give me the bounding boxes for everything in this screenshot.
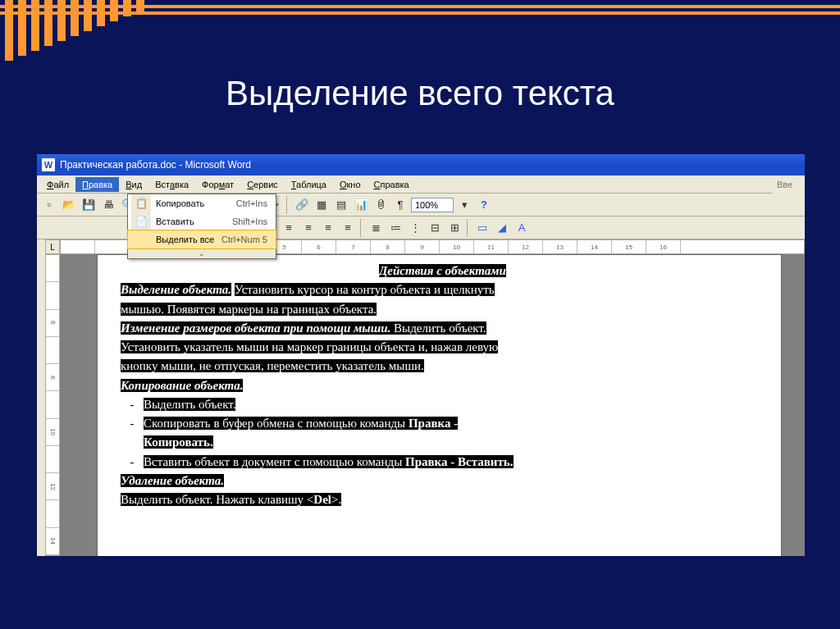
selected-text[interactable]: Выделение объекта. xyxy=(121,283,231,296)
list-button[interactable]: ⊞ xyxy=(445,219,463,237)
menu-item-icon: 📋 xyxy=(131,194,151,212)
selected-text[interactable]: кнопку мыши, не отпуская, переместить ук… xyxy=(121,359,424,372)
zoom-dropdown-icon[interactable]: ▾ xyxy=(455,196,473,214)
selected-text[interactable]: >. xyxy=(331,493,341,506)
menubar: ФайлПравкаВидВставкаФорматСервисТаблицаО… xyxy=(37,175,805,194)
document-page: Действия с объектами Выделение объекта. … xyxy=(97,254,782,556)
selected-text[interactable]: Вставить объект в документ с помощью ком… xyxy=(144,455,405,468)
menu-формат[interactable]: Формат xyxy=(195,177,240,192)
list-button[interactable]: ⊟ xyxy=(426,219,444,237)
menu-item-копировать[interactable]: 📋КопироватьCtrl+Ins xyxy=(128,194,276,212)
extra-button[interactable]: ▭ xyxy=(473,219,491,237)
selected-text[interactable]: Правка - Вставить. xyxy=(405,455,514,468)
selected-text[interactable]: Выделить объект. Нажать клавишу < xyxy=(121,493,313,506)
toolbar-button[interactable]: 🛢 xyxy=(372,196,390,214)
menu-файл[interactable]: Файл xyxy=(40,177,75,192)
align-button[interactable]: ≡ xyxy=(339,219,357,237)
selected-text[interactable]: мышью. Появятся маркеры на границах объе… xyxy=(121,303,377,316)
selected-text[interactable]: Копировать. xyxy=(144,435,213,449)
top-rule-2 xyxy=(0,11,840,15)
menu-справка[interactable]: Справка xyxy=(368,177,416,192)
toolbar-button[interactable]: 💾 xyxy=(80,196,98,214)
menu-окно[interactable]: Окно xyxy=(333,177,368,192)
toolbar-button[interactable]: 📂 xyxy=(60,196,78,214)
ruler-corner: L xyxy=(45,239,60,254)
menu-item-вставить[interactable]: 📄ВставитьShift+Ins xyxy=(128,212,276,230)
word-window: W Практическая работа.doc - Microsoft Wo… xyxy=(37,154,805,556)
word-app-icon: W xyxy=(42,158,55,171)
selected-text[interactable]: Установить указатель мыши на маркер гран… xyxy=(121,340,498,353)
corner-stripes xyxy=(0,0,144,61)
window-title: Практическая работа.doc - Microsoft Word xyxy=(60,159,251,171)
selected-text[interactable]: Изменение размеров объекта при помощи мы… xyxy=(121,321,390,335)
menu-item-icon xyxy=(131,230,151,248)
align-button[interactable]: ≡ xyxy=(280,219,298,237)
menu-правка[interactable]: Правка xyxy=(75,177,119,192)
window-titlebar: W Практическая работа.doc - Microsoft Wo… xyxy=(37,154,805,175)
menu-сервис[interactable]: Сервис xyxy=(240,177,285,192)
menu-expand-chevron-icon[interactable]: ⌄ xyxy=(128,248,276,258)
selected-text[interactable]: Установить курсор на контур объекта и ще… xyxy=(235,283,495,296)
vertical-ruler: 68101214 xyxy=(45,254,60,556)
list-button[interactable]: ⋮ xyxy=(406,219,424,237)
menu-вид[interactable]: Вид xyxy=(119,177,148,192)
document-content[interactable]: Действия с объектами Выделение объекта. … xyxy=(114,255,781,516)
top-rule-1 xyxy=(0,5,840,8)
toolbar-button[interactable]: 🖶 xyxy=(99,196,117,214)
edit-menu-dropdown: 📋КопироватьCtrl+Ins📄ВставитьShift+InsВыд… xyxy=(127,194,276,259)
selected-text[interactable]: Выделить объект. xyxy=(144,398,235,411)
selected-text[interactable]: Выделить объект. xyxy=(390,321,486,335)
selected-text[interactable]: Удаление объекта. xyxy=(121,474,224,487)
menu-таблица[interactable]: Таблица xyxy=(285,177,333,192)
list-button[interactable]: ≣ xyxy=(367,219,385,237)
align-button[interactable]: ≡ xyxy=(319,219,337,237)
toolbar-button[interactable]: ▤ xyxy=(332,196,350,214)
truncated-right: Вве xyxy=(772,175,805,194)
toolbar-button[interactable]: 🔗 xyxy=(293,196,311,214)
selected-text[interactable]: Скопировать в буфер обмена с помощью ком… xyxy=(144,417,409,430)
selected-text[interactable]: Правка - xyxy=(409,417,458,430)
toolbar-button[interactable]: ¶ xyxy=(391,196,409,214)
selected-text[interactable]: Del xyxy=(313,493,331,506)
extra-button[interactable]: ◢ xyxy=(493,219,511,237)
extra-button[interactable]: A xyxy=(513,219,531,237)
menu-item-icon: 📄 xyxy=(131,212,151,230)
slide-title: Выделение всего текста xyxy=(0,74,840,113)
document-area[interactable]: Действия с объектами Выделение объекта. … xyxy=(60,254,805,556)
selected-text[interactable]: Действия с объектами xyxy=(379,264,506,277)
toolbar-button[interactable]: 📊 xyxy=(352,196,370,214)
list-button[interactable]: ≔ xyxy=(386,219,404,237)
selected-text[interactable]: Копирование объекта. xyxy=(121,379,243,392)
menu-вставка[interactable]: Вставка xyxy=(148,177,195,192)
toolbar-button[interactable]: ▫ xyxy=(40,196,58,214)
align-button[interactable]: ≡ xyxy=(299,219,317,237)
menu-item-выделить-все[interactable]: Выделить всеCtrl+Num 5 xyxy=(128,230,276,248)
toolbar-button[interactable]: ▦ xyxy=(313,196,331,214)
zoom-combo[interactable]: 100% xyxy=(411,198,454,212)
help-button[interactable]: ? xyxy=(475,196,493,214)
